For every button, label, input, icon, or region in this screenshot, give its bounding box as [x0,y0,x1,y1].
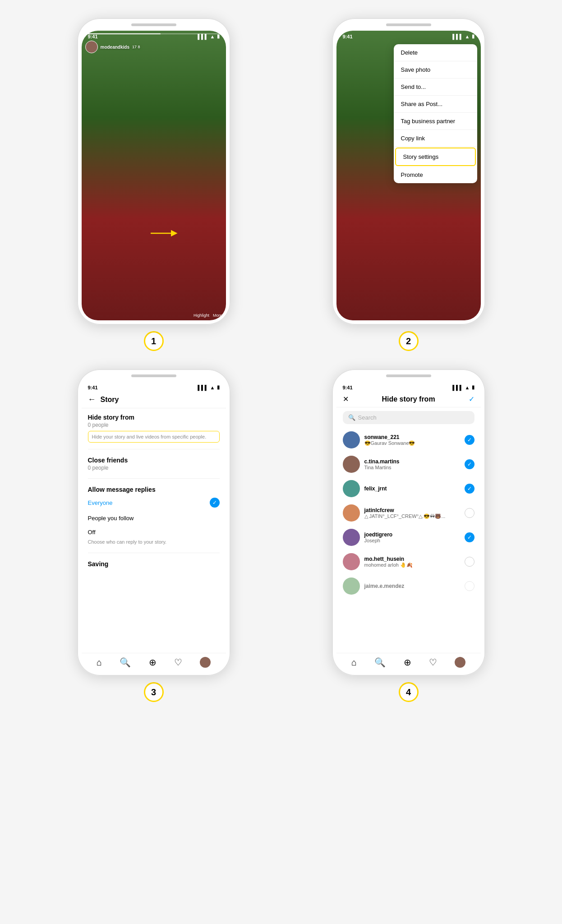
everyone-row[interactable]: Everyone ✓ [88,494,220,511]
wifi-icon-3: ▲ [210,385,215,390]
wifi-icon-4: ▲ [465,385,470,390]
search-bar-4[interactable]: 🔍 Search [343,411,474,424]
phone-3: 9:41 ▌▌▌ ▲ ▮ ← Story Hide story from [77,369,230,676]
user-item-1[interactable]: c.tina.martins Tina Martins ✓ [336,452,481,476]
story-avatar-1 [85,41,98,53]
user-name-2: felix_jrnt [364,485,460,492]
phone-4-inner: 9:41 ▌▌▌ ▲ ▮ ✕ Hide story from ✓ 🔍 [336,382,481,671]
user-realname-0: 😎Gaurav Sonwane😎 [364,440,460,446]
hide-title: Hide story from [382,395,435,403]
step-4: 4 [399,682,419,702]
menu-delete[interactable]: Delete [394,44,477,61]
choose-hint: Choose who can reply to your story. [88,539,220,548]
home-icon-4[interactable]: ⌂ [351,657,357,668]
search-placeholder-4: Search [358,414,377,421]
user-item-3[interactable]: jatinlcfcrew △ JATIN°_LCF°_CREW°△.😎🕶🐻... [336,501,481,525]
home-icon-3[interactable]: ⌂ [97,657,102,668]
off-row[interactable]: Off [88,525,220,539]
heart-icon-3[interactable]: ♡ [174,657,182,668]
add-icon-3[interactable]: ⊕ [149,657,157,668]
user-name-0: sonwane_221 [364,434,460,440]
menu-story-settings[interactable]: Story settings [395,148,476,166]
menu-send-to[interactable]: Send to... [394,79,477,96]
profile-icon-3[interactable] [200,657,211,668]
signal-icon-4: ▌▌▌ [452,385,463,390]
hide-story-hint: Hide your story and live videos from spe… [88,431,220,443]
signal-icon-3: ▌▌▌ [198,385,208,390]
people-follow-row[interactable]: People you follow [88,511,220,525]
wifi-icon-2: ▲ [465,34,470,39]
more-btn[interactable]: More [213,313,222,318]
heart-icon-4[interactable]: ♡ [429,657,437,668]
status-time-4: 9:41 [343,385,353,390]
menu-tag-partner[interactable]: Tag business partner [394,113,477,130]
user-item-2[interactable]: felix_jrnt ✓ [336,476,481,501]
menu-save-photo[interactable]: Save photo [394,61,477,79]
back-btn-3[interactable]: ← [88,395,96,404]
user-check-6 [465,581,474,591]
menu-copy-link[interactable]: Copy link [394,130,477,147]
user-check-4: ✓ [465,532,474,542]
close-friends-title: Close friends [88,457,220,464]
phone-1-content: 9:41 ▌▌▌ ▲ ▮ modeandkids 17 8 [82,31,226,320]
status-bar-4: 9:41 ▌▌▌ ▲ ▮ [336,382,481,391]
user-item-4[interactable]: joedtigrero Joseph ✓ [336,525,481,550]
user-info-3: jatinlcfcrew △ JATIN°_LCF°_CREW°△.😎🕶🐻... [364,507,460,519]
user-check-1: ✓ [465,459,474,469]
signal-icon: ▌▌▌ [198,34,208,39]
add-icon-4[interactable]: ⊕ [404,657,411,668]
hide-header: ✕ Hide story from ✓ [336,391,481,407]
phone-2-wrapper: 9:41 ▌▌▌ ▲ ▮ Delete Save photo Send to..… [288,18,529,351]
close-friends-count: 0 people [88,465,220,471]
user-item-6[interactable]: jaime.e.mendez [336,574,481,598]
user-info-2: felix_jrnt [364,485,460,492]
menu-promote[interactable]: Promote [394,166,477,183]
battery-icon-2: ▮ [472,33,474,39]
search-icon-nav-4[interactable]: 🔍 [374,657,386,668]
status-icons-3: ▌▌▌ ▲ ▮ [198,384,219,390]
phone-4-wrapper: 9:41 ▌▌▌ ▲ ▮ ✕ Hide story from ✓ 🔍 [288,369,529,702]
story-bottom: Highlight More [82,313,226,318]
status-icons-4: ▌▌▌ ▲ ▮ [452,384,474,390]
user-avatar-4 [343,529,360,546]
phone-3-wrapper: 9:41 ▌▌▌ ▲ ▮ ← Story Hide story from [33,369,274,702]
done-btn[interactable]: ✓ [469,395,474,403]
user-check-3 [465,508,474,518]
user-info-1: c.tina.martins Tina Martins [364,458,460,470]
user-realname-1: Tina Martins [364,465,460,470]
battery-icon-4: ▮ [472,384,474,390]
saving-section: Saving [88,555,220,571]
status-icons-2: ▌▌▌ ▲ ▮ [452,33,474,39]
user-realname-4: Joseph [364,538,460,543]
user-item-5[interactable]: mo.hett_husein mohomed arloh 🤚🍂 [336,550,481,574]
phone-1-wrapper: 9:41 ▌▌▌ ▲ ▮ modeandkids 17 8 [33,18,274,351]
hide-story-section: Hide story from 0 people Hide your story… [88,408,220,447]
user-name-4: joedtigrero [364,531,460,538]
user-avatar-0 [343,431,360,448]
user-check-5 [465,557,474,567]
menu-share-post[interactable]: Share as Post... [394,96,477,113]
status-icons-1: ▌▌▌ ▲ ▮ [198,33,219,39]
allow-replies-title: Allow message replies [88,486,220,493]
battery-icon: ▮ [217,33,220,39]
phone-2: 9:41 ▌▌▌ ▲ ▮ Delete Save photo Send to..… [332,18,485,325]
user-info-5: mo.hett_husein mohomed arloh 🤚🍂 [364,556,460,568]
status-time-1: 9:41 [88,34,98,39]
context-menu: Delete Save photo Send to... Share as Po… [394,44,477,183]
user-list: sonwane_221 😎Gaurav Sonwane😎 ✓ c.tina.ma… [336,428,481,653]
phone-2-inner: 9:41 ▌▌▌ ▲ ▮ Delete Save photo Send to..… [336,31,481,320]
user-name-3: jatinlcfcrew [364,507,460,513]
wifi-icon: ▲ [210,34,215,39]
off-label: Off [88,529,96,536]
status-bar-2: 9:41 ▌▌▌ ▲ ▮ [336,31,481,40]
phone-1-inner: 9:41 ▌▌▌ ▲ ▮ modeandkids 17 8 [82,31,226,320]
close-btn[interactable]: ✕ [343,395,349,403]
highlight-btn[interactable]: Highlight [193,313,209,318]
user-item-0[interactable]: sonwane_221 😎Gaurav Sonwane😎 ✓ [336,428,481,452]
profile-icon-4[interactable] [455,657,465,668]
status-time-3: 9:41 [88,385,98,390]
search-icon-3[interactable]: 🔍 [120,657,131,668]
people-follow-label: People you follow [88,515,134,522]
close-friends-section: Close friends 0 people [88,451,220,476]
story-followers-1: 17 8 [132,45,140,49]
